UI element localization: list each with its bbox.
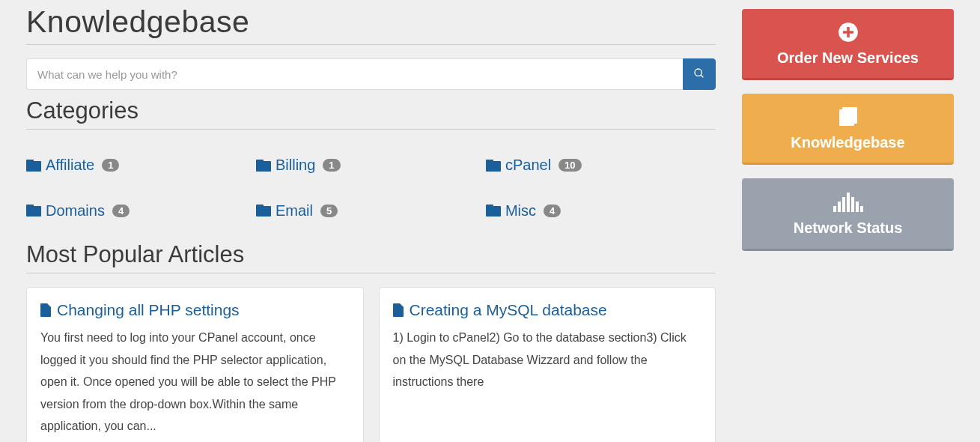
folder-icon: [486, 160, 501, 172]
category-count: 1: [102, 159, 119, 172]
sidebar-label: Order New Services: [777, 49, 919, 67]
plus-circle-icon: [838, 21, 859, 43]
category-email[interactable]: Email 5: [256, 202, 338, 220]
search-button[interactable]: [683, 58, 716, 90]
search-input[interactable]: [26, 58, 683, 90]
article-excerpt: You first need to log into your CPanel a…: [40, 327, 350, 438]
order-services-button[interactable]: Order New Services: [742, 9, 954, 80]
article-card: Changing all PHP settings You first need…: [26, 287, 364, 442]
svg-line-1: [701, 75, 703, 77]
category-affiliate[interactable]: Affiliate 1: [26, 157, 119, 174]
categories-heading: Categories: [26, 97, 716, 124]
category-label: Billing: [276, 157, 315, 174]
bars-icon: [833, 191, 863, 214]
article-card: Creating a MySQL database 1) Login to cP…: [379, 287, 716, 442]
svg-rect-4: [843, 31, 853, 34]
category-count: 4: [112, 205, 130, 217]
book-icon: [837, 106, 859, 128]
category-label: Domains: [46, 202, 105, 220]
search-icon: [693, 67, 705, 82]
article-link-mysql-db[interactable]: Creating a MySQL database: [393, 301, 702, 319]
article-title: Creating a MySQL database: [410, 301, 607, 319]
article-excerpt: 1) Login to cPanel2) Go to the database …: [393, 327, 702, 393]
sidebar-label: Network Status: [794, 220, 903, 237]
category-count: 1: [323, 159, 340, 172]
category-cpanel[interactable]: cPanel 10: [486, 157, 582, 174]
category-count: 5: [320, 205, 338, 217]
category-domains[interactable]: Domains 4: [26, 202, 130, 220]
category-count: 10: [559, 159, 581, 172]
category-misc[interactable]: Misc 4: [486, 202, 561, 220]
category-count: 4: [544, 205, 561, 217]
page-title: Knowledgebase: [26, 4, 716, 40]
folder-icon: [486, 205, 501, 217]
article-title: Changing all PHP settings: [57, 301, 240, 319]
file-icon: [40, 303, 51, 317]
category-billing[interactable]: Billing 1: [256, 157, 341, 174]
knowledgebase-button[interactable]: Knowledgebase: [742, 94, 954, 165]
category-label: Misc: [505, 202, 536, 220]
divider: [26, 273, 716, 273]
folder-icon: [256, 205, 271, 217]
popular-heading: Most Popular Articles: [26, 241, 716, 268]
category-label: Affiliate: [46, 157, 94, 174]
category-label: Email: [276, 202, 313, 220]
folder-icon: [26, 160, 41, 172]
file-icon: [393, 303, 404, 317]
network-status-button[interactable]: Network Status: [742, 178, 954, 251]
svg-point-0: [695, 69, 701, 76]
search-form: [26, 58, 716, 90]
divider: [26, 129, 716, 130]
folder-icon: [256, 160, 271, 172]
category-label: cPanel: [505, 157, 551, 174]
svg-rect-7: [842, 107, 857, 124]
divider: [26, 44, 716, 45]
sidebar-label: Knowledgebase: [791, 134, 904, 151]
article-link-php-settings[interactable]: Changing all PHP settings: [40, 301, 350, 319]
folder-icon: [26, 205, 41, 217]
